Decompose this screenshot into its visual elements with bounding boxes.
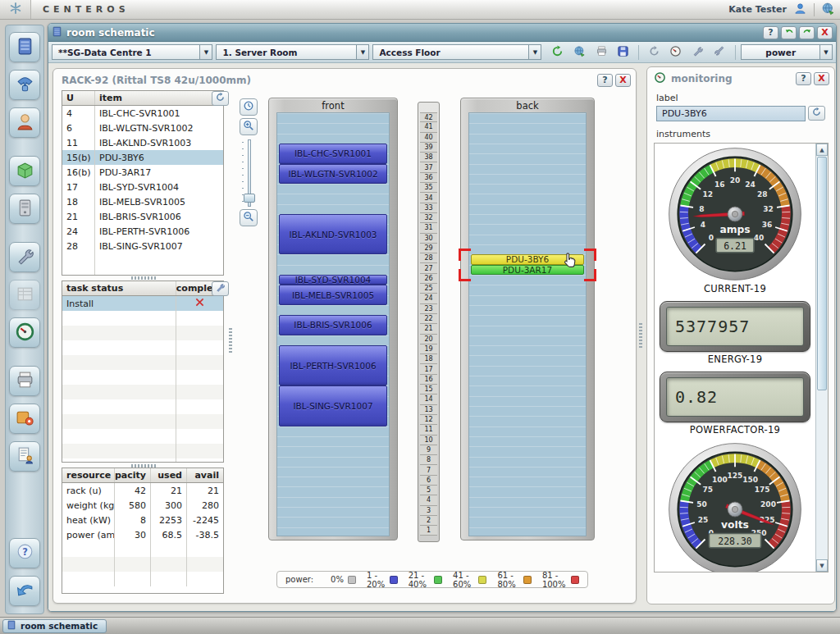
instruments-box: 0481216202428323640amps6.21CURRENT-19537… (654, 143, 829, 572)
sidebar-item-assets[interactable] (9, 156, 40, 186)
sidebar-item-datacenter[interactable] (9, 32, 40, 62)
save-button[interactable] (614, 44, 632, 61)
monitoring-close-button[interactable]: X (814, 72, 829, 85)
sidebar-item-audit[interactable] (9, 441, 40, 472)
task-row[interactable]: Install (62, 296, 223, 311)
legend-entry-label: 81 - 100% (542, 571, 567, 589)
floor-dropdown[interactable]: Access Floor ▼ (372, 44, 541, 60)
rack-item-row[interactable]: 28IBL-SING-SVR1007 (62, 239, 223, 253)
splitter-grip[interactable] (131, 276, 156, 280)
sidebar-item-monitoring[interactable] (9, 317, 40, 348)
sidebar-item-export[interactable] (9, 404, 40, 434)
room-dropdown[interactable]: 1. Server Room ▼ (216, 44, 369, 60)
instruments-scrollbar[interactable]: ▲ ▼ (815, 144, 828, 572)
zoom-slider[interactable] (240, 139, 258, 207)
rack-unit-item[interactable]: IBL-MELB-SVR1005 (279, 285, 387, 305)
sidebar-item-devices[interactable] (9, 194, 40, 224)
rack-unit-item[interactable]: IBL-WLGTN-SVR1002 (279, 164, 387, 185)
rack-item-row[interactable]: 24IBL-PERTH-SVR1006 (62, 224, 223, 239)
svg-text:28: 28 (757, 190, 768, 198)
task-config-button[interactable] (212, 281, 229, 296)
print-button[interactable] (592, 44, 611, 61)
taskbar-window-button[interactable]: room schematic (2, 619, 107, 633)
svg-text:6.21: 6.21 (724, 240, 746, 252)
zoom-in-button[interactable] (240, 118, 258, 135)
dropdown-arrow-icon: ▼ (199, 45, 212, 59)
redo-arrow-icon (802, 27, 812, 39)
u-number-cell: 27 (420, 263, 437, 273)
sidebar-logout-button[interactable] (9, 576, 40, 606)
legend-color-swatch (571, 576, 579, 584)
refresh-button[interactable] (548, 44, 567, 61)
session-globe-button[interactable] (821, 2, 835, 18)
svg-text:0: 0 (709, 234, 714, 242)
app-logo-button[interactable] (0, 0, 31, 19)
rack-item-row[interactable]: 21IBL-BRIS-SVR1006 (62, 209, 223, 224)
window-toolbar: **SG-Data Centre 1 ▼ 1. Server Room ▼ Ac… (48, 42, 836, 63)
items-refresh-button[interactable] (212, 91, 229, 106)
publish-button[interactable] (570, 44, 589, 61)
u-number-cell: 20 (420, 335, 437, 344)
legend-color-swatch (434, 576, 442, 584)
legend-color-swatch (390, 576, 398, 584)
rack-item-row[interactable]: 11IBL-AKLND-SVR1003 (62, 135, 223, 150)
rack-item-row[interactable]: 15(b)PDU-3BY6 (62, 150, 223, 165)
configure-button[interactable] (710, 44, 729, 61)
pan-button[interactable] (240, 98, 258, 116)
window-help-button[interactable]: ? (763, 26, 778, 39)
window-redo-button[interactable] (799, 26, 815, 39)
monitoring-toggle-button[interactable] (667, 44, 686, 61)
sidebar-help-button[interactable]: ? (9, 538, 40, 568)
front-rack-inner[interactable]: IBL-CHC-SVR1001IBL-WLGTN-SVR1002IBL-AKLN… (276, 112, 390, 536)
u-number-cell: 13 (420, 405, 437, 415)
zoom-out-icon (243, 211, 254, 225)
zoom-slider-thumb[interactable] (244, 194, 255, 203)
scroll-down-button[interactable]: ▼ (816, 559, 828, 572)
scroll-up-button[interactable]: ▲ (816, 144, 828, 156)
rotate-view-button[interactable] (645, 44, 664, 61)
svg-text:4: 4 (701, 221, 705, 229)
rack-unit-item[interactable]: IBL-SING-SVR1007 (279, 385, 387, 426)
sidebar-item-contacts[interactable] (9, 70, 40, 100)
rack-panel-close-button[interactable]: X (615, 74, 631, 87)
window-undo-button[interactable] (781, 26, 797, 39)
rack-item-row[interactable]: 16(b)PDU-3AR17 (62, 165, 223, 180)
rack-item-row[interactable]: 4IBL-CHC-SVR1001 (62, 106, 223, 121)
svg-text:50: 50 (696, 500, 707, 509)
sidebar-item-users[interactable] (9, 107, 40, 138)
datacentre-dropdown[interactable]: **SG-Data Centre 1 ▼ (52, 44, 212, 60)
rack-unit-item[interactable]: IBL-SYD-SVR1004 (279, 275, 387, 285)
rack-unit-item[interactable]: IBL-BRIS-SVR1006 (279, 315, 387, 335)
rack-item-row[interactable]: 18IBL-MELB-SVR1005 (62, 194, 223, 209)
u-number-cell: 19 (420, 344, 437, 354)
rack-unit-item[interactable]: IBL-AKLND-SVR1003 (279, 214, 387, 254)
panel-splitter-grip[interactable] (639, 323, 642, 348)
overlay-mode-dropdown[interactable]: power ▼ (741, 44, 833, 60)
connections-button[interactable] (688, 44, 707, 61)
scrollbar-thumb[interactable] (817, 157, 827, 390)
window-close-button[interactable]: X (817, 26, 833, 39)
user-avatar-icon (793, 2, 807, 18)
rack-item-row[interactable]: 17IBL-SYD-SVR1004 (62, 180, 223, 194)
rack-unit-item[interactable]: IBL-CHC-SVR1001 (279, 144, 387, 164)
svg-text:24: 24 (745, 180, 756, 189)
rack-unit-item[interactable]: IBL-PERTH-SVR1006 (279, 345, 387, 385)
rack-item-row[interactable]: 6IBL-WLGTN-SVR1002 (62, 121, 223, 135)
sidebar-item-print[interactable] (9, 366, 40, 396)
wrench-icon (15, 246, 35, 269)
empty-row (62, 429, 223, 444)
dial-gauge: 0481216202428323640amps6.21 (668, 147, 802, 281)
resource-row: weight (kg)580300280 (62, 498, 223, 513)
sidebar-item-tools[interactable] (9, 242, 40, 272)
back-rack-inner[interactable]: PDU-3BY6PDU-3AR17 (468, 112, 587, 536)
monitoring-help-button[interactable]: ? (796, 72, 811, 85)
u-number-cell: 32 (420, 213, 437, 223)
label-refresh-button[interactable] (808, 106, 825, 121)
u-number-cell: 18 (420, 354, 437, 364)
rack-panel-help-button[interactable]: ? (597, 74, 613, 87)
label-input[interactable] (656, 106, 806, 121)
zoom-out-button[interactable] (240, 209, 258, 226)
svg-text:16: 16 (714, 180, 725, 189)
splitter-grip[interactable] (229, 328, 232, 353)
front-rack-view: front IBL-CHC-SVR1001IBL-WLGTN-SVR1002IB… (268, 98, 398, 540)
